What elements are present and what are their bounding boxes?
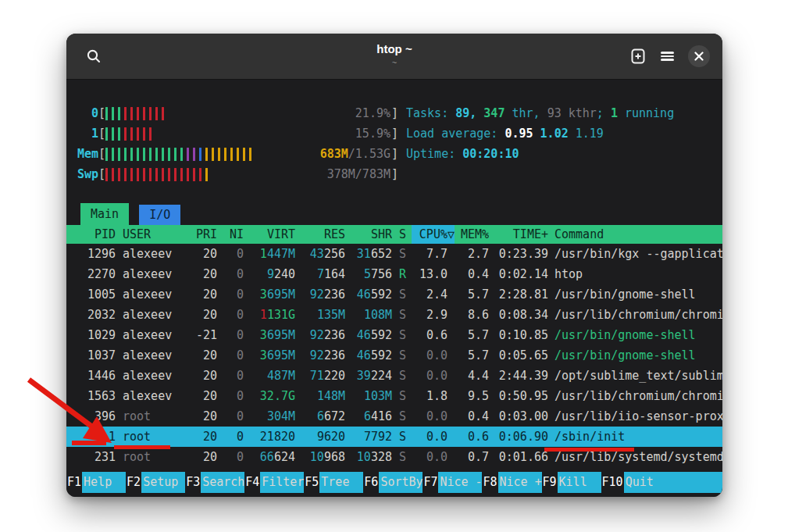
meter-bar (162, 107, 164, 120)
meter-bar (174, 148, 176, 161)
process-row[interactable]: 1037alexeev2003695M9223646592S0.05.70:05… (66, 345, 722, 366)
cell-s: S (392, 406, 412, 427)
text-segment: 10 (310, 450, 324, 464)
text-segment: 31 (357, 247, 371, 261)
text-segment: 21.9% (355, 106, 390, 120)
cell-time: 0:23.39 (489, 244, 548, 264)
cell-ni: 0 (217, 427, 244, 447)
search-button[interactable] (82, 45, 105, 68)
process-row[interactable]: 2032alexeev2001131G135M108MS2.98.60:08.3… (66, 305, 722, 325)
cell-pid: 2270 (77, 264, 116, 284)
cell-pid: 1037 (77, 345, 116, 366)
cell-pid: 396 (77, 406, 116, 427)
text-segment: S (399, 430, 406, 444)
meter-bar (199, 148, 201, 161)
column-header-virt[interactable]: VIRT (244, 225, 295, 244)
text-segment: 0.6 (468, 430, 489, 444)
process-row[interactable]: 1root2002182096207792S0.00.60:06.90/sbin… (66, 427, 722, 447)
text-segment: 1 (260, 247, 267, 261)
text-segment: 1446 (87, 369, 116, 383)
process-row[interactable]: 1446alexeev200487M7122039224S0.04.42:44.… (66, 366, 722, 386)
close-icon (694, 52, 704, 61)
column-header-user[interactable]: USER (116, 225, 183, 244)
process-row[interactable]: 1029alexeev-2103695M9223646592S0.65.70:1… (66, 325, 722, 345)
process-row[interactable]: 231root200666241096810328S0.00.70:01.66/… (66, 447, 722, 467)
fkey-button-sortby[interactable]: SortBy (379, 472, 423, 493)
column-header-ni[interactable]: NI (217, 225, 244, 244)
cell-pid: 2032 (77, 305, 116, 325)
text-segment: 10 (357, 450, 371, 464)
column-header-pri[interactable]: PRI (183, 225, 217, 244)
cell-time: 0:50.95 (489, 386, 548, 406)
cell-mem: 0.7 (455, 447, 489, 467)
process-row[interactable]: 396root200304M66726416S0.00.40:03.00/usr… (66, 406, 722, 427)
text-segment: 624 (274, 450, 295, 464)
new-tab-button[interactable] (629, 48, 647, 65)
fkey-button-nice[interactable]: Nice - (438, 472, 482, 493)
cell-s: S (392, 427, 412, 447)
cell-shr: 46592 (345, 345, 392, 366)
tab-main[interactable]: Main (80, 203, 129, 225)
column-header-pid[interactable]: PID (77, 225, 116, 244)
cell-ni: 0 (217, 406, 244, 427)
close-button[interactable] (688, 45, 710, 67)
meter-bars (105, 148, 251, 161)
column-header-cpu[interactable]: CPU%▽ (412, 225, 455, 244)
fkey-button-help[interactable]: Help (82, 472, 126, 493)
meter-bar (218, 148, 220, 161)
text-segment: /usr/bin/gnome-shell (554, 287, 696, 302)
meter-bar (212, 148, 214, 161)
meter-value: 15.9% (355, 123, 390, 144)
text-segment: 0.95 (505, 127, 540, 141)
text-segment: 0:08.34 (499, 308, 548, 322)
column-header-s[interactable]: S (392, 225, 412, 244)
meter-bar (143, 168, 145, 181)
process-row[interactable]: 1296alexeev2001447M4325631652S7.72.70:23… (66, 244, 722, 264)
titlebar-controls (629, 45, 710, 67)
fkey-button-nice[interactable]: Nice + (498, 472, 542, 493)
text-segment: 1296 (87, 247, 116, 261)
text-segment: 32.7G (260, 389, 295, 403)
text-segment: S (399, 247, 406, 261)
text-segment: 236 (324, 287, 345, 302)
fkey-button-search[interactable]: Search (201, 472, 244, 493)
text-segment: 0.0 (426, 409, 447, 423)
text-segment: 0 (237, 389, 244, 403)
fkey-button-quit[interactable]: Quit (624, 472, 722, 493)
text-segment: 1037 (87, 348, 116, 362)
column-header-mem[interactable]: MEM% (455, 225, 489, 244)
meter-area: 683M/1.53G (105, 144, 391, 164)
cell-mem: 4.4 (455, 366, 489, 386)
text-segment: /1.53G (348, 147, 390, 161)
text-segment: 92 (310, 348, 324, 362)
fkey-button-kill[interactable]: Kill (558, 472, 601, 493)
fkey-f6: F6 (363, 472, 379, 493)
cell-time: 0:01.66 (489, 447, 548, 467)
cell-pri: 20 (183, 264, 217, 284)
column-header-command[interactable]: Command (548, 225, 722, 244)
process-row[interactable]: 1005alexeev2003695M9223646592S2.45.72:28… (66, 284, 722, 305)
text-segment: 1.19 (576, 127, 604, 141)
column-header-res[interactable]: RES (295, 225, 345, 244)
process-row[interactable]: 2270alexeev200924071645756R13.00.40:02.1… (66, 264, 722, 284)
text-segment: 92 (310, 328, 324, 342)
menu-button[interactable] (661, 50, 674, 62)
fkey-button-tree[interactable]: Tree (319, 472, 363, 493)
column-header-time[interactable]: TIME+ (489, 225, 548, 244)
cell-pid: 1005 (77, 284, 116, 305)
text-segment: 9 (267, 267, 274, 281)
text-segment: R (399, 267, 406, 281)
tab-io[interactable]: I/O (139, 205, 180, 225)
fkey-button-setup[interactable]: Setup (141, 472, 185, 493)
cell-res: 71220 (295, 366, 345, 386)
cell-user: alexeev (116, 264, 183, 284)
cell-user: alexeev (116, 305, 183, 325)
text-segment: /usr/bin/kgx --gapplicat (554, 247, 722, 261)
meter-mem: Mem[683M/1.53G] (77, 144, 400, 164)
process-row[interactable]: 1563alexeev20032.7G148M103MS1.89.50:50.9… (66, 386, 722, 406)
fkey-button-filter[interactable]: Filter (260, 472, 304, 493)
meter-bar (168, 148, 170, 161)
meter-bar (130, 168, 133, 181)
text-segment: alexeev (123, 267, 172, 281)
column-header-shr[interactable]: SHR (345, 225, 392, 244)
